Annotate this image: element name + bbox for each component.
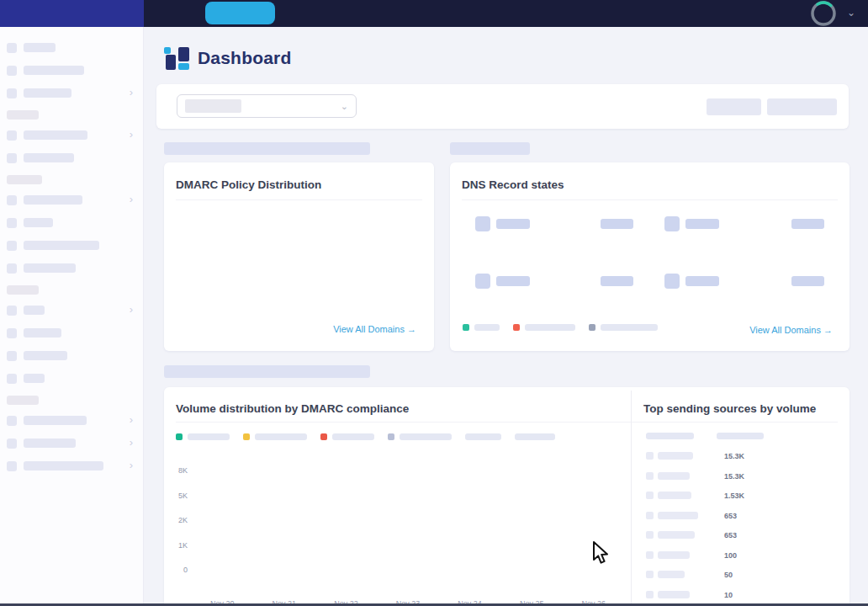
legend-color-swatch [388, 433, 394, 440]
source-icon-skeleton [646, 512, 654, 519]
avatar[interactable] [808, 0, 839, 29]
sidebar-item[interactable] [7, 240, 135, 251]
view-all-domains-link[interactable]: View All Domains → [333, 324, 416, 334]
sidebar-item-label-skeleton [24, 88, 71, 98]
sidebar-item-label-skeleton [24, 416, 87, 425]
legend-label-skeleton [400, 433, 452, 440]
sidebar-item[interactable] [7, 65, 135, 76]
dns-icon-skeleton [664, 216, 680, 231]
sidebar-item-icon [7, 130, 17, 141]
legend-label-skeleton [255, 433, 307, 440]
dns-legend [463, 324, 671, 331]
main-content: Dashboard ⌄ DMARC Policy Distribution Vi… [144, 27, 868, 606]
source-volume-value: 100 [724, 551, 737, 560]
dns-icon-skeleton [664, 274, 680, 289]
sidebar-item[interactable] [7, 217, 135, 228]
divider [462, 199, 838, 200]
source-row: 15.3K [646, 451, 839, 461]
toolbar-skeleton-button [707, 98, 761, 115]
dns-skeleton-cell [475, 216, 635, 231]
section-title-skeleton [164, 365, 370, 378]
sidebar-item[interactable] [7, 373, 135, 384]
chevron-right-icon: › [130, 460, 133, 470]
dns-record-states-card: DNS Record states View All Domains → [450, 162, 849, 351]
dmarc-policy-card: DMARC Policy Distribution View All Domai… [164, 162, 434, 351]
sidebar-item[interactable] [7, 152, 135, 163]
legend-color-swatch [320, 433, 327, 440]
volume-chart-legend [176, 433, 569, 440]
source-row: 653 [646, 530, 839, 540]
source-volume-value: 653 [724, 512, 737, 520]
account-chevron-down-icon[interactable]: ⌄ [845, 7, 857, 19]
source-volume-value: 15.3K [724, 452, 744, 460]
card-title: DMARC Policy Distribution [176, 178, 321, 191]
legend-item [463, 324, 500, 331]
sidebar-item-icon [7, 416, 17, 426]
domain-select-dropdown[interactable]: ⌄ [177, 94, 357, 118]
sidebar-item-icon [7, 306, 17, 316]
sidebar-item[interactable]: › [7, 460, 135, 471]
view-all-domains-link[interactable]: View All Domains → [749, 325, 833, 335]
sidebar-item[interactable] [7, 42, 135, 53]
chevron-right-icon: › [130, 194, 133, 205]
legend-color-swatch [176, 433, 183, 440]
source-volume-value: 10 [724, 591, 733, 599]
legend-label-skeleton [332, 433, 374, 440]
source-volume-value: 1.53K [724, 492, 744, 500]
toolbar-skeleton-button [767, 98, 837, 115]
sidebar: ››››››› [0, 27, 144, 606]
y-axis-tick-label: 5K [178, 492, 188, 500]
sources-title: Top sending sources by volume [643, 402, 816, 415]
sidebar-section-title-skeleton [7, 175, 42, 184]
y-axis-tick-label: 8K [178, 466, 188, 475]
source-name-skeleton [658, 591, 690, 598]
sidebar-item[interactable] [7, 350, 135, 361]
sidebar-item[interactable]: › [7, 130, 135, 141]
dns-skeleton-cell [664, 274, 824, 289]
section-title-skeleton [450, 142, 530, 155]
sidebar-item-icon [7, 241, 17, 251]
y-axis-tick-label: 1K [178, 541, 188, 550]
sidebar-item[interactable]: › [7, 415, 135, 426]
sidebar-item-label-skeleton [24, 218, 53, 227]
divider [631, 391, 632, 606]
sidebar-item-label-skeleton [24, 306, 45, 315]
source-row: 10 [646, 590, 839, 600]
sidebar-item[interactable] [7, 263, 135, 274]
navbar-primary-button[interactable] [205, 2, 275, 24]
source-icon-skeleton [646, 591, 654, 598]
filter-toolbar: ⌄ [156, 84, 849, 129]
legend-label-skeleton [601, 324, 658, 331]
sidebar-item-icon [7, 351, 17, 361]
sidebar-item[interactable]: › [7, 438, 135, 449]
dns-skeleton-cell [475, 274, 635, 289]
sidebar-section-title-skeleton [7, 285, 39, 295]
chevron-right-icon: › [130, 129, 133, 140]
sidebar-item-icon [7, 328, 17, 338]
sidebar-item[interactable] [7, 327, 135, 338]
sidebar-item-label-skeleton [24, 195, 82, 205]
dns-value-skeleton [601, 276, 633, 286]
page-title: Dashboard [198, 48, 292, 68]
source-name-skeleton [658, 551, 690, 559]
legend-item [243, 433, 307, 440]
app-logo-icon [164, 45, 189, 71]
source-icon-skeleton [646, 492, 654, 499]
legend-color-swatch [513, 324, 520, 331]
legend-color-swatch [463, 324, 469, 331]
source-name-skeleton [658, 512, 698, 519]
sidebar-item[interactable]: › [7, 194, 135, 205]
legend-item [176, 433, 230, 440]
sidebar-item-label-skeleton [24, 351, 67, 360]
sidebar-item[interactable]: › [7, 88, 135, 98]
sidebar-nav: ››››››› [0, 42, 143, 471]
chevron-right-icon: › [130, 87, 133, 98]
source-row: 50 [646, 570, 839, 580]
sidebar-item-label-skeleton [24, 130, 87, 140]
sources-header-skeleton [717, 433, 764, 439]
sidebar-item[interactable]: › [7, 305, 135, 316]
card-title: DNS Record states [462, 178, 564, 191]
legend-item [513, 324, 575, 331]
source-volume-value: 50 [724, 571, 733, 579]
sidebar-item-icon [7, 461, 17, 471]
